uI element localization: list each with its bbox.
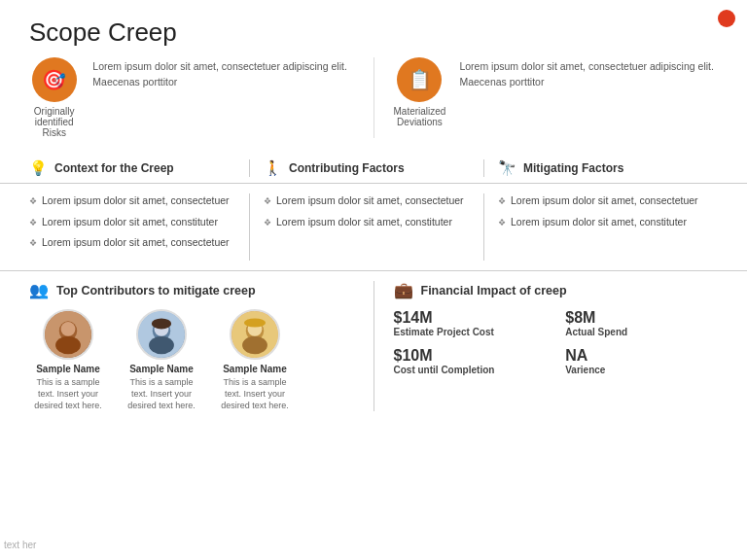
bullet-diamond: ❖ [498,195,506,208]
col-header-contributing-label: Contributing Factors [289,161,405,175]
svg-point-2 [55,336,81,354]
fin-item-3: NA Varience [565,347,718,375]
contributors-title: Top Contributors to mitigate creep [56,284,256,298]
person-desc-1: This is a sample text. Insert your desir… [29,376,107,411]
list-item: ❖ Lorem ipsum dolor sit amet, consectetu… [498,193,708,208]
bullet-text: Lorem ipsum dolor sit amet, consectetuer [42,235,230,250]
bullet-text: Lorem ipsum dolor sit amet, consectetuer [42,193,230,208]
col-header-mitigating: 🔭 Mitigating Factors [483,159,718,177]
fin-label-1: Actual Spend [565,327,718,337]
svg-point-11 [242,336,267,354]
risks-text: Lorem ipsum dolor sit amet, consectetuer… [92,57,353,90]
fin-label-3: Varience [565,365,718,375]
avatar-svg-1 [45,309,91,360]
col-header-context-label: Context for the Creep [54,161,174,175]
red-dot-indicator [718,10,735,27]
avatar-img-2 [138,311,185,358]
bullet-diamond: ❖ [29,217,37,229]
bullet-diamond: ❖ [29,195,37,208]
fin-item-2: $10M Cost until Completion [394,347,547,375]
fin-value-2: $10M [394,347,547,365]
top-section: 🎯 Originallyidentified Risks Lorem ipsum… [0,57,747,150]
top-card-deviations: 📋 MaterializedDeviations Lorem ipsum dol… [374,57,719,138]
svg-point-6 [149,336,174,354]
bullet-text: Lorem ipsum dolor sit amet, consectetuer [511,193,698,208]
risks-label: Originallyidentified Risks [29,106,79,138]
bullet-text: Lorem ipsum dolor sit amet, constituter [511,215,687,229]
context-icon: 💡 [29,159,48,177]
risks-icon: 🎯 [32,57,77,102]
bullet-text: Lorem ipsum dolor sit amet, constituter [276,215,452,229]
financial-title: Financial Impact of creep [421,284,567,298]
three-col-body: ❖ Lorem ipsum dolor sit amet, consectetu… [0,184,747,271]
person-card-2: Sample Name This is a sample text. Inser… [123,309,200,411]
deviations-text: Lorem ipsum dolor sit amet, consectetuer… [459,57,718,90]
three-col-header: 💡 Context for the Creep 🚶 Contributing F… [0,150,747,184]
people-row: Sample Name This is a sample text. Inser… [29,309,354,411]
avatar-svg-3 [231,309,278,360]
list-item: ❖ Lorem ipsum dolor sit amet, constitute… [29,215,239,229]
col-body-contributing: ❖ Lorem ipsum dolor sit amet, consectetu… [249,193,483,261]
fin-item-0: $14M Estimate Project Cost [394,309,547,337]
svg-point-8 [152,318,171,329]
list-item: ❖ Lorem ipsum dolor sit amet, consectetu… [29,235,239,250]
bullet-diamond: ❖ [264,217,271,229]
avatar-img-1 [45,311,91,358]
list-item: ❖ Lorem ipsum dolor sit amet, constitute… [264,215,474,229]
fin-value-3: NA [565,347,718,365]
bullet-diamond: ❖ [264,195,271,208]
svg-point-3 [61,322,76,336]
col-header-mitigating-label: Mitigating Factors [523,161,623,175]
list-item: ❖ Lorem ipsum dolor sit amet, consectetu… [29,193,239,208]
avatar-img-3 [231,311,278,358]
bullet-diamond: ❖ [29,237,37,250]
avatar-1 [43,309,93,360]
fin-item-1: $8M Actual Spend [565,309,718,337]
bottom-right-financial: 💼 Financial Impact of creep $14M Estimat… [374,281,719,411]
person-card-1: Sample Name This is a sample text. Inser… [29,309,107,411]
list-item: ❖ Lorem ipsum dolor sit amet, consectetu… [264,193,474,208]
list-item: ❖ Lorem ipsum dolor sit amet, constitute… [498,215,708,229]
contributing-icon: 🚶 [264,159,282,177]
deviations-icon: 📋 [397,57,442,102]
risks-icon-wrap: 🎯 Originallyidentified Risks [29,57,79,138]
bottom-section: 👥 Top Contributors to mitigate creep [0,271,747,421]
avatar-2 [136,309,187,360]
financial-grid: $14M Estimate Project Cost $8M Actual Sp… [394,309,719,375]
deviations-icon-wrap: 📋 MaterializedDeviations [394,57,446,127]
top-card-risks: 🎯 Originallyidentified Risks Lorem ipsum… [29,57,354,138]
fin-value-0: $14M [394,309,547,327]
person-card-3: Sample Name This is a sample text. Inser… [216,309,294,411]
bullet-text: Lorem ipsum dolor sit amet, constituter [42,215,218,229]
financial-header: 💼 Financial Impact of creep [394,281,719,299]
bullet-text: Lorem ipsum dolor sit amet, consectetuer [276,193,464,208]
col-body-context: ❖ Lorem ipsum dolor sit amet, consectetu… [29,193,249,261]
deviations-label: MaterializedDeviations [394,106,446,127]
footer-text: text her [4,540,36,550]
contributors-icon: 👥 [29,281,49,299]
bullet-diamond: ❖ [498,217,506,229]
fin-label-0: Estimate Project Cost [394,327,547,337]
avatar-svg-2 [138,309,185,360]
fin-label-2: Cost until Completion [394,365,547,375]
person-name-1: Sample Name [36,364,100,374]
financial-icon: 💼 [394,281,413,299]
fin-value-1: $8M [565,309,718,327]
avatar-3 [230,309,280,360]
svg-point-13 [244,318,266,327]
col-header-context: 💡 Context for the Creep [29,159,249,177]
mitigating-icon: 🔭 [498,159,516,177]
col-header-contributing: 🚶 Contributing Factors [249,159,483,177]
person-desc-2: This is a sample text. Insert your desir… [123,376,200,411]
contributors-header: 👥 Top Contributors to mitigate creep [29,281,354,299]
person-name-3: Sample Name [223,364,287,374]
col-body-mitigating: ❖ Lorem ipsum dolor sit amet, consectetu… [483,193,718,261]
page-title: Scope Creep [0,0,747,57]
person-desc-3: This is a sample text. Insert your desir… [216,376,294,411]
bottom-left-contributors: 👥 Top Contributors to mitigate creep [29,281,374,411]
person-name-2: Sample Name [129,364,194,374]
